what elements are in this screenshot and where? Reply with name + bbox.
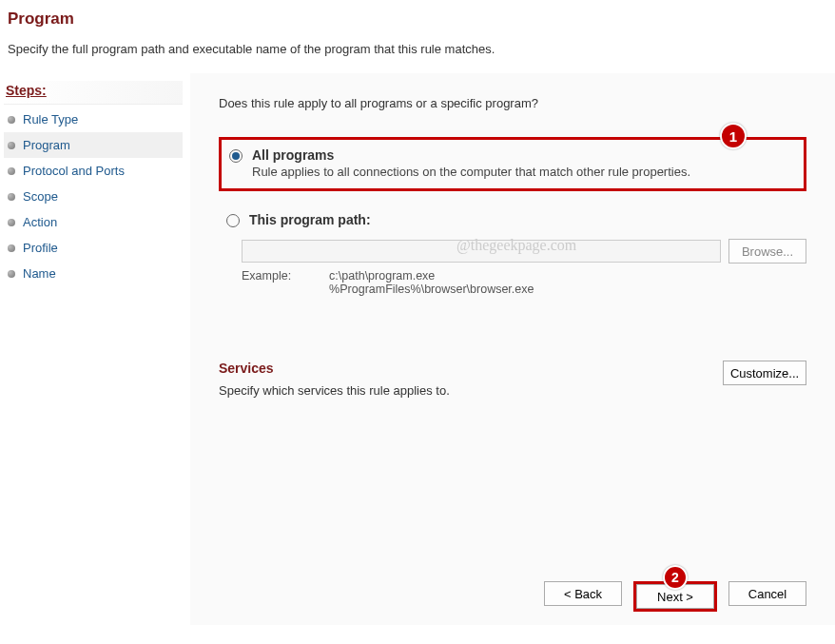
option-title: This program path: <box>249 212 799 227</box>
bullet-icon <box>8 167 15 175</box>
step-rule-type[interactable]: Rule Type <box>4 107 183 132</box>
step-scope[interactable]: Scope <box>4 184 183 209</box>
bullet-icon <box>8 142 15 149</box>
step-protocol-ports[interactable]: Protocol and Ports <box>4 158 183 184</box>
page-title: Program <box>8 10 827 29</box>
step-program[interactable]: Program <box>4 132 183 158</box>
next-button-highlight: 2 Next > <box>633 581 717 612</box>
bullet-icon <box>8 193 15 201</box>
step-label: Name <box>23 266 56 281</box>
option-title: All programs <box>252 147 792 163</box>
program-path-input[interactable] <box>242 240 721 263</box>
bullet-icon <box>8 244 15 252</box>
wizard-footer: < Back 2 Next > Cancel <box>219 581 806 615</box>
step-profile[interactable]: Profile <box>4 235 183 261</box>
step-label: Rule Type <box>23 112 78 127</box>
bullet-icon <box>8 116 15 124</box>
option-desc: Rule applies to all connections on the c… <box>252 165 792 179</box>
step-label: Scope <box>23 189 58 204</box>
bullet-icon <box>8 219 15 226</box>
services-heading: Services <box>219 361 450 376</box>
cancel-button[interactable]: Cancel <box>728 581 806 606</box>
main-panel: Does this rule apply to all programs or … <box>190 73 835 625</box>
page-subtitle: Specify the full program path and execut… <box>8 42 827 56</box>
example-value-1: c:\path\program.exe <box>329 269 534 283</box>
step-label: Protocol and Ports <box>23 164 125 178</box>
step-label: Program <box>23 138 70 152</box>
step-name[interactable]: Name <box>4 261 183 286</box>
radio-this-program-path[interactable] <box>226 214 240 227</box>
example-value-2: %ProgramFiles%\browser\browser.exe <box>329 283 534 296</box>
option-path-row[interactable]: This program path: <box>219 208 806 231</box>
annotation-badge-2: 2 <box>663 565 688 590</box>
option-this-program-path: This program path: Browse... Example: c:… <box>219 208 806 296</box>
rule-scope-question: Does this rule apply to all programs or … <box>219 96 806 110</box>
step-label: Profile <box>23 241 58 255</box>
steps-sidebar: Steps: Rule Type Program Protocol and Po… <box>0 73 190 625</box>
option-all-programs[interactable]: 1 All programs Rule applies to all conne… <box>219 137 806 191</box>
page-header: Program Specify the full program path an… <box>0 0 835 73</box>
customize-button[interactable]: Customize... <box>723 361 806 385</box>
step-label: Action <box>23 215 57 229</box>
annotation-badge-1: 1 <box>720 123 747 149</box>
example-label: Example: <box>242 269 291 296</box>
services-desc: Specify which services this rule applies… <box>219 383 450 398</box>
browse-button[interactable]: Browse... <box>728 239 806 263</box>
bullet-icon <box>8 270 15 278</box>
radio-all-programs[interactable] <box>229 149 243 163</box>
steps-heading: Steps: <box>4 81 183 105</box>
step-action[interactable]: Action <box>4 209 183 235</box>
back-button[interactable]: < Back <box>544 581 622 606</box>
